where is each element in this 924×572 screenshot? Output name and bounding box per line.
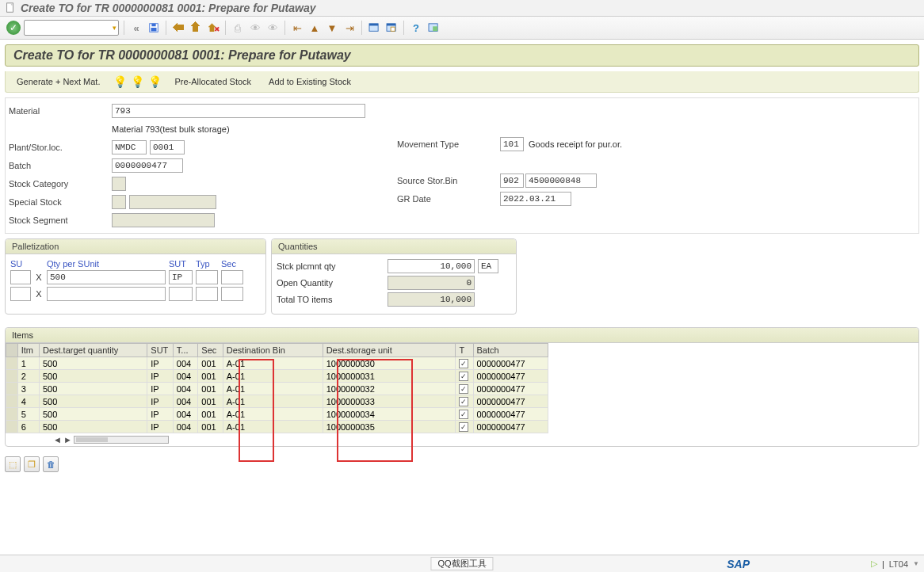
row-select[interactable] xyxy=(6,383,18,395)
cell-sut[interactable]: IP xyxy=(147,421,174,433)
cell-dbin[interactable]: A-01 xyxy=(223,357,323,370)
scroll-left-icon[interactable]: ◄ xyxy=(53,435,62,444)
cell-dbin[interactable]: A-01 xyxy=(223,408,323,421)
row-select[interactable] xyxy=(6,357,18,370)
cell-sec[interactable]: 001 xyxy=(198,370,223,383)
col-sut[interactable]: SUT xyxy=(147,344,174,357)
cell-itm[interactable]: 6 xyxy=(17,421,39,433)
cell-sec[interactable]: 001 xyxy=(198,383,223,395)
add-existing-stock-button[interactable]: Add to Existing Stock xyxy=(264,75,356,88)
cell-itm[interactable]: 3 xyxy=(17,383,39,395)
pal-su-1[interactable] xyxy=(10,270,31,284)
new-line-button[interactable]: ⬚ xyxy=(5,456,21,472)
pal-typ-2[interactable] xyxy=(196,287,218,301)
generate-next-mat-button[interactable]: Generate + Next Mat. xyxy=(12,75,105,88)
movement-type-field[interactable]: 101 xyxy=(500,137,524,151)
pal-typ-1[interactable] xyxy=(196,270,218,284)
cell-batch[interactable]: 0000000477 xyxy=(473,383,548,395)
first-page-icon[interactable]: ⇤ xyxy=(290,21,304,35)
cell-batch[interactable]: 0000000477 xyxy=(473,408,548,421)
stck-plcmnt-field[interactable]: 10,000 xyxy=(388,259,475,273)
table-row[interactable]: 3500IP004001A-011000000032✓0000000477 xyxy=(6,383,548,395)
command-field[interactable]: ▾ xyxy=(24,20,119,36)
table-row[interactable]: 2500IP004001A-011000000031✓0000000477 xyxy=(6,370,548,383)
pre-allocated-stock-button[interactable]: Pre-Allocated Stock xyxy=(170,75,256,88)
cell-dsu[interactable]: 1000000032 xyxy=(323,383,456,395)
layout-icon[interactable] xyxy=(426,21,441,35)
source-bin-field[interactable]: 4500000848 xyxy=(525,174,597,188)
cell-dbin[interactable]: A-01 xyxy=(223,370,323,383)
cell-tc[interactable]: ✓ xyxy=(456,395,473,408)
cell-tc[interactable]: ✓ xyxy=(456,383,473,395)
cell-dtq[interactable]: 500 xyxy=(39,395,147,408)
col-select[interactable] xyxy=(6,344,18,357)
back-icon[interactable]: 🡄 xyxy=(171,21,185,35)
pal-sut-2[interactable] xyxy=(169,287,193,301)
cell-tc[interactable]: ✓ xyxy=(456,408,473,421)
cell-dtq[interactable]: 500 xyxy=(39,370,147,383)
pal-sec-2[interactable] xyxy=(221,287,243,301)
cell-batch[interactable]: 0000000477 xyxy=(473,370,548,383)
cell-t[interactable]: 004 xyxy=(173,383,197,395)
row-select[interactable] xyxy=(6,395,18,408)
exit-icon[interactable]: 🡅 xyxy=(189,21,203,35)
cancel-icon[interactable]: 🡅✖ xyxy=(206,21,220,35)
cell-sec[interactable]: 001 xyxy=(198,395,223,408)
row-select[interactable] xyxy=(6,421,18,433)
delete-line-button[interactable]: 🗑 xyxy=(43,456,59,472)
table-row[interactable]: 4500IP004001A-011000000033✓0000000477 xyxy=(6,395,548,408)
cell-sut[interactable]: IP xyxy=(147,383,174,395)
cell-sut[interactable]: IP xyxy=(147,357,174,370)
batch-field[interactable]: 0000000477 xyxy=(112,158,183,173)
pal-qty-1[interactable]: 500 xyxy=(47,270,166,284)
pal-su-2[interactable] xyxy=(10,287,31,301)
pal-sec-1[interactable] xyxy=(221,270,243,284)
col-sec[interactable]: Sec xyxy=(198,344,223,357)
enter-button[interactable]: ✓ xyxy=(6,21,21,35)
light-foreground-icon[interactable]: 💡 xyxy=(130,74,144,89)
sloc-field[interactable]: 0001 xyxy=(150,140,185,154)
next-page-icon[interactable]: ▼ xyxy=(325,21,339,35)
light-background-icon[interactable]: 💡 xyxy=(113,74,127,89)
scroll-right-icon[interactable]: ► xyxy=(63,435,72,444)
cell-sec[interactable]: 001 xyxy=(198,421,223,433)
cell-dsu[interactable]: 1000000035 xyxy=(323,421,456,433)
shortcut-icon[interactable] xyxy=(384,21,399,35)
cell-dsu[interactable]: 1000000033 xyxy=(323,395,456,408)
cell-dtq[interactable]: 500 xyxy=(39,383,147,395)
cell-tc[interactable]: ✓ xyxy=(456,421,473,433)
cell-dbin[interactable]: A-01 xyxy=(223,395,323,408)
prev-page-icon[interactable]: ▲ xyxy=(307,21,322,35)
cell-itm[interactable]: 4 xyxy=(17,395,39,408)
cell-sec[interactable]: 001 xyxy=(198,408,223,421)
cell-batch[interactable]: 0000000477 xyxy=(473,357,548,370)
col-tc[interactable]: T xyxy=(456,344,473,357)
col-itm[interactable]: Itm xyxy=(17,344,39,357)
cell-dbin[interactable]: A-01 xyxy=(223,383,323,395)
light-quant-icon[interactable]: 💡 xyxy=(147,74,162,89)
row-select[interactable] xyxy=(6,408,18,421)
stck-plcmnt-uom[interactable]: EA xyxy=(478,259,498,273)
col-t[interactable]: T... xyxy=(173,344,197,357)
cell-tc[interactable]: ✓ xyxy=(456,370,473,383)
col-dbin[interactable]: Destination Bin xyxy=(223,344,323,357)
row-select[interactable] xyxy=(6,370,18,383)
cell-batch[interactable]: 0000000477 xyxy=(473,421,548,433)
cell-sec[interactable]: 001 xyxy=(198,357,223,370)
last-page-icon[interactable]: ⇥ xyxy=(342,21,357,35)
source-bin-type-field[interactable]: 902 xyxy=(500,174,524,188)
cell-tc[interactable]: ✓ xyxy=(456,357,473,370)
pal-qty-2[interactable] xyxy=(47,287,166,301)
horizontal-scrollbar[interactable]: ◄ ► xyxy=(6,433,918,446)
cell-sut[interactable]: IP xyxy=(147,370,174,383)
cell-itm[interactable]: 5 xyxy=(17,408,39,421)
col-batch[interactable]: Batch xyxy=(473,344,548,357)
table-row[interactable]: 6500IP004001A-011000000035✓0000000477 xyxy=(6,421,548,433)
material-field[interactable]: 793 xyxy=(112,104,365,118)
new-session-icon[interactable] xyxy=(367,21,381,35)
cell-dsu[interactable]: 1000000034 xyxy=(323,408,456,421)
cell-dsu[interactable]: 1000000030 xyxy=(323,357,456,370)
cell-itm[interactable]: 1 xyxy=(17,357,39,370)
cell-t[interactable]: 004 xyxy=(173,370,197,383)
plant-field[interactable]: NMDC xyxy=(112,140,147,154)
